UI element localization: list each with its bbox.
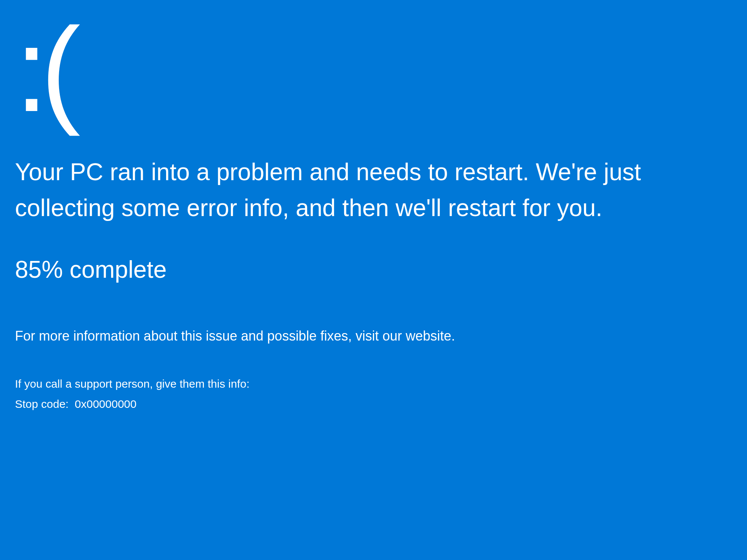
sad-face-icon: :( [15,19,732,120]
more-info-text: For more information about this issue an… [15,328,732,344]
stop-code-label: Stop code: [15,398,68,410]
stop-code-value: 0x00000000 [75,398,137,410]
stop-code-line: Stop code: 0x00000000 [15,398,732,410]
support-info-text: If you call a support person, give them … [15,378,732,390]
progress-text: 85% complete [15,256,732,283]
error-message: Your PC ran into a problem and needs to … [15,154,726,226]
